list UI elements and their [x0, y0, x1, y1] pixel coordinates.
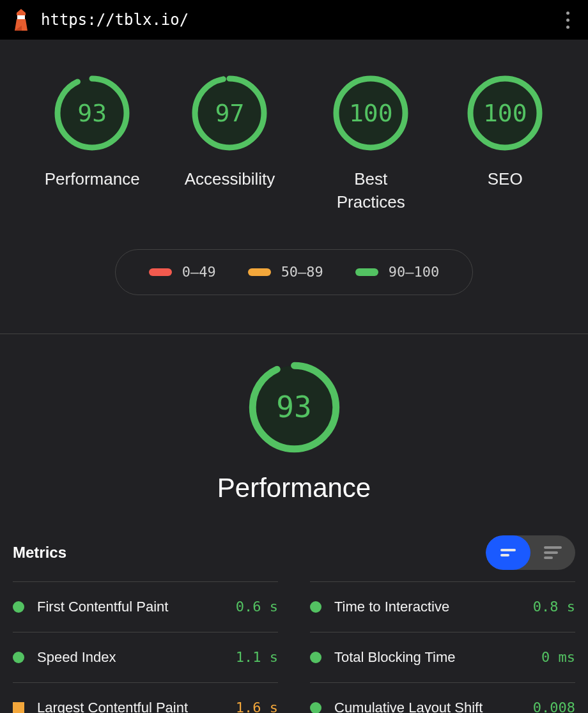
gauge-label: SEO — [488, 167, 523, 190]
metric-status-icon — [13, 601, 24, 613]
legend-item: 0–49 — [149, 264, 216, 280]
metric-name: Time to Interactive — [334, 599, 520, 615]
metric-status-icon — [310, 652, 321, 663]
gauge-value: 100 — [467, 75, 543, 151]
gauge-value: 93 — [54, 75, 130, 151]
legend-range: 50–89 — [281, 264, 323, 280]
metric-name: First Contentful Paint — [37, 599, 223, 615]
metric-row[interactable]: First Contentful Paint 0.6 s — [13, 581, 278, 632]
metric-value: 1.6 s — [236, 700, 278, 713]
metric-row[interactable]: Total Blocking Time 0 ms — [310, 632, 575, 682]
gauge-label: Best Practices — [320, 167, 422, 214]
svg-rect-0 — [17, 15, 25, 19]
performance-title: Performance — [217, 473, 371, 503]
metrics-heading: Metrics — [13, 544, 66, 562]
header-left: https://tblx.io/ — [13, 9, 189, 31]
gauge-ring: 97 — [191, 75, 268, 151]
legend-range: 0–49 — [182, 264, 216, 280]
performance-score-value: 93 — [248, 361, 341, 454]
more-menu-icon[interactable] — [560, 8, 575, 31]
legend-item: 90–100 — [355, 264, 439, 280]
scores-summary: 93 Performance 97 Accessibility 100 Best… — [0, 40, 588, 334]
metric-name: Largest Contentful Paint — [37, 700, 223, 713]
metric-status-icon — [13, 702, 24, 713]
legend-range: 90–100 — [389, 264, 439, 280]
metric-row[interactable]: Largest Contentful Paint 1.6 s — [13, 682, 278, 713]
lighthouse-icon — [13, 9, 29, 31]
metric-name: Total Blocking Time — [334, 649, 529, 666]
gauge-label: Accessibility — [185, 167, 275, 190]
view-toggle-expanded[interactable] — [530, 535, 575, 570]
view-toggle — [486, 535, 575, 570]
metric-value: 0 ms — [541, 649, 575, 665]
metrics-grid: First Contentful Paint 0.6 s Time to Int… — [13, 581, 575, 713]
metric-status-icon — [310, 702, 321, 713]
gauge-accessibility[interactable]: 97 Accessibility — [185, 75, 275, 214]
metric-value: 0.8 s — [533, 599, 575, 615]
legend-item: 50–89 — [248, 264, 323, 280]
gauge-ring: 100 — [467, 75, 543, 151]
gauge-ring: 100 — [332, 75, 409, 151]
expanded-view-icon — [544, 546, 562, 559]
performance-header: 93 Performance — [13, 361, 575, 503]
performance-section: 93 Performance Metrics — [0, 334, 588, 713]
metric-value: 1.1 s — [236, 649, 278, 665]
score-legend: 0–4950–8990–100 — [115, 249, 473, 295]
metrics-header: Metrics — [13, 535, 575, 581]
legend-swatch — [149, 268, 172, 276]
compact-view-icon — [500, 549, 516, 556]
metric-row[interactable]: Time to Interactive 0.8 s — [310, 581, 575, 632]
gauge-best-practices[interactable]: 100 Best Practices — [320, 75, 422, 214]
metric-value: 0.6 s — [236, 599, 278, 615]
metric-name: Cumulative Layout Shift — [334, 700, 520, 713]
gauges-row: 93 Performance 97 Accessibility 100 Best… — [0, 75, 588, 214]
legend-swatch — [248, 268, 271, 276]
metric-row[interactable]: Speed Index 1.1 s — [13, 632, 278, 682]
gauge-performance[interactable]: 93 Performance — [45, 75, 140, 214]
metric-name: Speed Index — [37, 649, 223, 666]
gauge-seo[interactable]: 100 SEO — [467, 75, 543, 214]
performance-gauge-large: 93 — [248, 361, 341, 454]
metric-status-icon — [310, 601, 321, 613]
gauge-value: 97 — [191, 75, 268, 151]
header: https://tblx.io/ — [0, 0, 588, 40]
metric-status-icon — [13, 652, 24, 663]
url-text: https://tblx.io/ — [41, 11, 189, 29]
legend-swatch — [355, 268, 378, 276]
gauge-label: Performance — [45, 167, 140, 190]
gauge-value: 100 — [332, 75, 409, 151]
metric-row[interactable]: Cumulative Layout Shift 0.008 — [310, 682, 575, 713]
gauge-ring: 93 — [54, 75, 130, 151]
metric-value: 0.008 — [533, 700, 575, 713]
view-toggle-compact[interactable] — [486, 535, 530, 570]
